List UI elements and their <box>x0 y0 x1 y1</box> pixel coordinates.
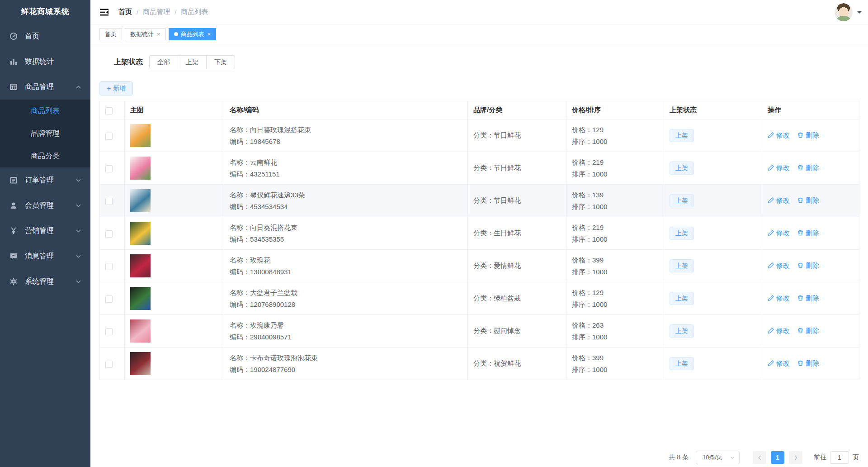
row-checkbox[interactable] <box>105 263 113 270</box>
trash-icon <box>797 327 804 335</box>
content: 上架状态 全部上架下架 + 新增 主图名称/编码品牌/分类价格/排序上架状态操作… <box>90 44 868 467</box>
sidebar-item-home[interactable]: 首页 <box>0 24 90 49</box>
product-image <box>130 287 151 310</box>
table-row: 名称：大盆君子兰盆栽编码：120768900128分类：绿植盆栽价格：129排序… <box>100 282 859 315</box>
status-badge[interactable]: 上架 <box>670 324 694 338</box>
table-row: 名称：向日葵混搭花束编码：534535355分类：生日鲜花价格：219排序：10… <box>100 217 859 250</box>
product-code: 编码：19845678 <box>230 136 462 148</box>
user-menu-caret-icon[interactable] <box>857 11 862 16</box>
page-size-select[interactable]: 10条/页 <box>696 451 740 464</box>
select-all-checkbox[interactable] <box>105 107 113 114</box>
product-code: 编码：4534534534 <box>230 201 462 213</box>
tab-label: 商品列表 <box>181 30 204 38</box>
product-category: 分类：节日鲜花 <box>473 131 521 139</box>
table-row: 名称：向日葵玫瑰混搭花束编码：19845678分类：节日鲜花价格：129排序：1… <box>100 119 859 152</box>
filter-option-button[interactable]: 上架 <box>178 55 207 69</box>
filter-option-button[interactable]: 下架 <box>207 55 235 69</box>
delete-link[interactable]: 删除 <box>797 131 819 140</box>
dashboard-icon <box>9 32 18 41</box>
product-sort: 排序：1000 <box>572 136 658 148</box>
close-tab-icon[interactable]: × <box>208 31 211 37</box>
avatar[interactable] <box>835 3 853 21</box>
row-checkbox[interactable] <box>105 133 113 140</box>
status-badge[interactable]: 上架 <box>670 162 694 175</box>
status-badge[interactable]: 上架 <box>670 129 694 142</box>
sidebar-item-goods[interactable]: 商品管理 <box>0 74 90 100</box>
edit-link[interactable]: 修改 <box>768 164 790 172</box>
status-badge[interactable]: 上架 <box>670 292 694 305</box>
chevron-down-icon <box>75 253 81 259</box>
status-badge[interactable]: 上架 <box>670 357 694 370</box>
message-icon <box>9 252 18 261</box>
tab-goods-list[interactable]: 商品列表× <box>169 28 217 40</box>
close-tab-icon[interactable]: × <box>157 31 160 37</box>
product-sort: 排序：1000 <box>572 168 658 180</box>
edit-link[interactable]: 修改 <box>768 262 790 270</box>
edit-link[interactable]: 修改 <box>768 131 790 140</box>
row-checkbox[interactable] <box>105 328 113 335</box>
delete-link[interactable]: 删除 <box>797 359 819 368</box>
sidebar-item-messages[interactable]: 消息管理 <box>0 243 90 269</box>
edit-link[interactable]: 修改 <box>768 196 790 205</box>
status-badge[interactable]: 上架 <box>670 227 694 240</box>
row-checkbox[interactable] <box>105 165 113 172</box>
product-price: 价格：129 <box>572 124 658 136</box>
breadcrumb-separator: / <box>175 8 176 16</box>
sidebar-menu: 首页数据统计商品管理商品列表品牌管理商品分类订单管理会员管理营销管理消息管理系统… <box>0 24 90 467</box>
fold-sidebar-icon[interactable] <box>99 8 109 16</box>
delete-link[interactable]: 删除 <box>797 294 819 303</box>
status-badge[interactable]: 上架 <box>670 194 694 207</box>
sidebar-item-members[interactable]: 会员管理 <box>0 193 90 218</box>
sidebar-submenu-goods: 商品列表品牌管理商品分类 <box>0 100 90 167</box>
sidebar-item-label: 营销管理 <box>25 226 54 236</box>
breadcrumb-item[interactable]: 首页 <box>118 8 132 16</box>
product-sort: 排序：1000 <box>572 299 658 310</box>
edit-link[interactable]: 修改 <box>768 229 790 238</box>
edit-link[interactable]: 修改 <box>768 294 790 303</box>
delete-link[interactable]: 删除 <box>797 196 819 205</box>
column-header: 名称/编码 <box>224 101 468 119</box>
column-header: 价格/排序 <box>566 101 664 119</box>
sidebar-subitem-goods-list[interactable]: 商品列表 <box>0 100 90 122</box>
sidebar-subitem-goods-category[interactable]: 商品分类 <box>0 145 90 167</box>
edit-link[interactable]: 修改 <box>768 327 790 335</box>
table-row: 名称：卡布奇诺玫瑰泡泡花束编码：190024877690分类：祝贺鲜花价格：39… <box>100 348 859 380</box>
sidebar-item-stats[interactable]: 数据统计 <box>0 49 90 74</box>
row-checkbox[interactable] <box>105 361 113 368</box>
trash-icon <box>797 229 804 238</box>
product-category: 分类：祝贺鲜花 <box>473 359 521 367</box>
row-checkbox[interactable] <box>105 295 113 303</box>
delete-link[interactable]: 删除 <box>797 262 819 270</box>
table-row: 名称：馨仪鲜花速递33朵编码：4534534534分类：节日鲜花价格：139排序… <box>100 185 859 217</box>
sidebar-subitem-brand-mgmt[interactable]: 品牌管理 <box>0 122 90 145</box>
page-number-button[interactable]: 1 <box>771 451 784 464</box>
column-header: 主图 <box>125 101 224 119</box>
breadcrumb: 首页/商品管理/商品列表 <box>118 8 208 16</box>
row-checkbox[interactable] <box>105 198 113 205</box>
sidebar-item-system[interactable]: 系统管理 <box>0 269 90 294</box>
add-button[interactable]: + 新增 <box>99 81 133 95</box>
product-price: 价格：129 <box>572 287 658 299</box>
delete-link[interactable]: 删除 <box>797 327 819 335</box>
tab-home[interactable]: 首页 <box>99 28 122 40</box>
sidebar-item-label: 首页 <box>25 32 39 41</box>
edit-icon <box>768 295 774 303</box>
product-price: 价格：263 <box>572 319 658 331</box>
delete-link[interactable]: 删除 <box>797 229 819 238</box>
product-code: 编码：43251151 <box>230 168 462 180</box>
prev-page-button[interactable] <box>753 451 766 464</box>
edit-link[interactable]: 修改 <box>768 359 790 368</box>
tab-stats[interactable]: 数据统计× <box>125 28 166 40</box>
plus-icon: + <box>107 85 111 92</box>
status-badge[interactable]: 上架 <box>670 259 694 272</box>
delete-link[interactable]: 删除 <box>797 164 819 172</box>
next-page-button[interactable] <box>789 451 802 464</box>
sidebar-item-marketing[interactable]: 营销管理 <box>0 218 90 243</box>
user-area <box>835 3 862 21</box>
trash-icon <box>797 295 804 303</box>
row-checkbox[interactable] <box>105 230 113 238</box>
goto-page-input[interactable] <box>830 451 849 464</box>
sidebar-item-orders[interactable]: 订单管理 <box>0 167 90 193</box>
filter-option-button[interactable]: 全部 <box>149 55 178 69</box>
breadcrumb-separator: / <box>137 8 138 16</box>
